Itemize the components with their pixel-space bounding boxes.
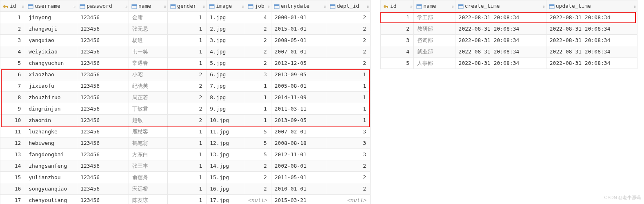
cell-job[interactable]: 2 xyxy=(245,35,271,46)
cell-password[interactable]: 123456 xyxy=(77,137,129,149)
cell-password[interactable]: 123456 xyxy=(77,103,129,115)
cell-dept_id[interactable]: 2 xyxy=(327,35,371,46)
cell-id[interactable]: 3 xyxy=(0,35,25,46)
cell-job[interactable]: <null> xyxy=(245,195,271,204)
cell-job[interactable]: 5 xyxy=(245,149,271,160)
cell-image[interactable]: 8.jpg xyxy=(207,92,245,103)
left-header-job[interactable]: job⇵ xyxy=(245,0,271,12)
cell-name[interactable]: 张三丰 xyxy=(129,160,167,172)
cell-job[interactable]: 2 xyxy=(245,46,271,58)
cell-password[interactable]: 123456 xyxy=(77,172,129,183)
sort-handle-icon[interactable]: ⇵ xyxy=(452,4,454,8)
right-header-name[interactable]: name⇵ xyxy=(414,0,455,12)
cell-dept_id[interactable]: 2 xyxy=(327,172,371,183)
left-header-username[interactable]: username⇵ xyxy=(25,0,77,12)
cell-job[interactable]: 3 xyxy=(245,69,271,80)
cell-gender[interactable]: 2 xyxy=(168,69,207,80)
table-row[interactable]: 3咨询部2022-08-31 20:08:342022-08-31 20:08:… xyxy=(381,35,637,46)
sort-handle-icon[interactable]: ⇵ xyxy=(203,4,205,8)
table-row[interactable]: 5changyuchun123456常遇春15.jpg22012-12-052 xyxy=(0,58,371,69)
cell-id[interactable]: 12 xyxy=(0,137,25,149)
table-row[interactable]: 2zhangwuji123456张无忌12.jpg22015-01-012 xyxy=(0,23,371,35)
cell-name[interactable]: 鹤笔翁 xyxy=(129,137,167,149)
cell-id[interactable]: 2 xyxy=(381,23,414,35)
cell-dept_id[interactable]: 1 xyxy=(327,80,371,92)
table-row[interactable]: 3yangxiao123456杨逍13.jpg22008-05-012 xyxy=(0,35,371,46)
right-header-id[interactable]: id⇵ xyxy=(381,0,414,12)
cell-id[interactable]: 16 xyxy=(0,183,25,195)
cell-name[interactable]: 丁敏君 xyxy=(129,103,167,115)
sort-handle-icon[interactable]: ⇵ xyxy=(125,4,128,8)
cell-password[interactable]: 123456 xyxy=(77,92,129,103)
cell-dept_id[interactable]: 2 xyxy=(327,12,371,23)
cell-create_time[interactable]: 2022-08-31 20:08:34 xyxy=(455,46,546,58)
cell-dept_id[interactable]: 2 xyxy=(327,23,371,35)
cell-password[interactable]: 123456 xyxy=(77,12,129,23)
cell-username[interactable]: jinyong xyxy=(25,12,77,23)
cell-name[interactable]: 教研部 xyxy=(414,23,455,35)
cell-gender[interactable]: 2 xyxy=(168,92,207,103)
cell-username[interactable]: songyuanqiao xyxy=(25,183,77,195)
cell-id[interactable]: 2 xyxy=(0,23,25,35)
cell-gender[interactable]: 1 xyxy=(168,23,207,35)
cell-dept_id[interactable]: <null> xyxy=(327,195,371,204)
cell-gender[interactable]: 1 xyxy=(168,12,207,23)
cell-username[interactable]: changyuchun xyxy=(25,58,77,69)
sort-handle-icon[interactable]: ⇵ xyxy=(73,4,76,8)
table-row[interactable]: 12hebiweng123456鹤笔翁112.jpg52008-08-183 xyxy=(0,137,371,149)
cell-id[interactable]: 6 xyxy=(0,69,25,80)
cell-id[interactable]: 5 xyxy=(0,58,25,69)
cell-name[interactable]: 咨询部 xyxy=(414,35,455,46)
cell-image[interactable]: 13.jpg xyxy=(207,149,245,160)
left-header-dept_id[interactable]: dept_id⇵ xyxy=(327,0,371,12)
cell-password[interactable]: 123456 xyxy=(77,35,129,46)
cell-image[interactable]: 11.jpg xyxy=(207,126,245,137)
cell-entrydate[interactable]: 2014-11-09 xyxy=(271,92,327,103)
cell-update_time[interactable]: 2022-08-31 20:08:34 xyxy=(546,35,637,46)
cell-entrydate[interactable]: 2013-09-05 xyxy=(271,69,327,80)
sort-handle-icon[interactable]: ⇵ xyxy=(324,4,326,8)
cell-gender[interactable]: 1 xyxy=(168,58,207,69)
cell-password[interactable]: 123456 xyxy=(77,195,129,204)
cell-id[interactable]: 4 xyxy=(0,46,25,58)
cell-dept_id[interactable]: 3 xyxy=(327,126,371,137)
cell-update_time[interactable]: 2022-08-31 20:08:34 xyxy=(546,58,637,69)
cell-password[interactable]: 123456 xyxy=(77,69,129,80)
cell-entrydate[interactable]: 2007-01-01 xyxy=(271,46,327,58)
cell-dept_id[interactable]: 1 xyxy=(327,69,371,80)
cell-password[interactable]: 123456 xyxy=(77,115,129,126)
cell-create_time[interactable]: 2022-08-31 20:08:34 xyxy=(455,12,546,23)
cell-name[interactable]: 张无忌 xyxy=(129,23,167,35)
table-row[interactable]: 17chenyouliang123456陈友谅117.jpg<null>2015… xyxy=(0,195,371,204)
cell-image[interactable]: 1.jpg xyxy=(207,12,245,23)
cell-username[interactable]: yulianzhou xyxy=(25,172,77,183)
sort-handle-icon[interactable]: ⇵ xyxy=(367,4,369,8)
cell-dept_id[interactable]: 2 xyxy=(327,46,371,58)
cell-dept_id[interactable]: 1 xyxy=(327,115,371,126)
right-header-create_time[interactable]: create_time⇵ xyxy=(455,0,546,12)
cell-image[interactable]: 2.jpg xyxy=(207,23,245,35)
cell-id[interactable]: 8 xyxy=(0,92,25,103)
sort-handle-icon[interactable]: ⇵ xyxy=(634,4,636,8)
cell-entrydate[interactable]: 2002-08-01 xyxy=(271,160,327,172)
cell-id[interactable]: 5 xyxy=(381,58,414,69)
cell-gender[interactable]: 1 xyxy=(168,126,207,137)
cell-name[interactable]: 赵敏 xyxy=(129,115,167,126)
cell-image[interactable]: 7.jpg xyxy=(207,80,245,92)
table-row[interactable]: 11luzhangke123456鹿杖客111.jpg52007-02-013 xyxy=(0,126,371,137)
cell-dept_id[interactable]: 2 xyxy=(327,160,371,172)
cell-password[interactable]: 123456 xyxy=(77,160,129,172)
cell-password[interactable]: 123456 xyxy=(77,23,129,35)
cell-entrydate[interactable]: 2008-08-18 xyxy=(271,137,327,149)
cell-dept_id[interactable]: 2 xyxy=(327,58,371,69)
cell-image[interactable]: 4.jpg xyxy=(207,46,245,58)
cell-image[interactable]: 5.jpg xyxy=(207,58,245,69)
cell-id[interactable]: 13 xyxy=(0,149,25,160)
left-header-gender[interactable]: gender⇵ xyxy=(168,0,207,12)
table-row[interactable]: 2教研部2022-08-31 20:08:342022-08-31 20:08:… xyxy=(381,23,637,35)
cell-dept_id[interactable]: 3 xyxy=(327,149,371,160)
cell-image[interactable]: 14.jpg xyxy=(207,160,245,172)
table-row[interactable]: 10zhaomin123456赵敏210.jpg12013-09-051 xyxy=(0,115,371,126)
department-table[interactable]: id⇵name⇵create_time⇵update_time⇵1学工部2022… xyxy=(380,0,637,69)
cell-id[interactable]: 7 xyxy=(0,80,25,92)
